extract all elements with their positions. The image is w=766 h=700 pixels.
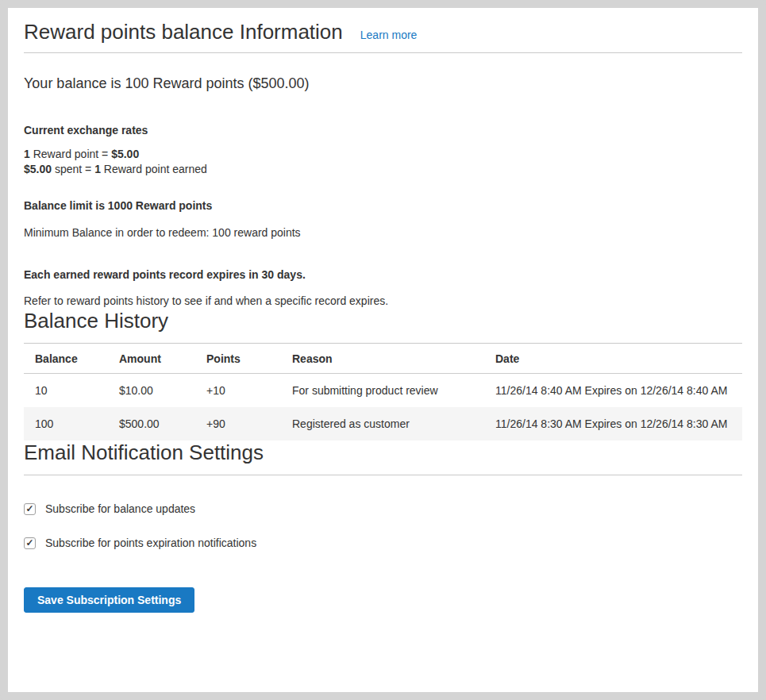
rate1-points: 1	[24, 148, 30, 160]
column-header-points: Points	[195, 344, 281, 374]
subscribe-points-expiration-label: Subscribe for points expiration notifica…	[45, 537, 256, 549]
column-header-balance: Balance	[24, 344, 108, 374]
page-title: Reward points balance Information	[24, 20, 343, 44]
cell-reason: Registered as customer	[281, 407, 484, 440]
reward-points-panel: Reward points balance Information Learn …	[8, 8, 758, 692]
balance-limit-heading: Balance limit is 1000 Reward points	[24, 198, 742, 213]
subscribe-balance-updates-row: ✓ Subscribe for balance updates	[24, 502, 742, 515]
rate2-tail: Reward point earned	[101, 163, 207, 175]
rate2-text: spent =	[52, 163, 94, 175]
balance-summary: Your balance is 100 Reward points ($500.…	[24, 75, 742, 92]
table-header-row: Balance Amount Points Reason Date	[24, 344, 742, 374]
cell-balance: 100	[24, 407, 108, 440]
rate1-amount: $5.00	[111, 148, 139, 160]
exchange-rates-heading: Current exchange rates	[24, 123, 742, 138]
rate2-points: 1	[94, 163, 101, 175]
cell-amount: $500.00	[108, 407, 195, 440]
subscribe-balance-updates-checkbox[interactable]: ✓	[24, 503, 36, 515]
learn-more-link[interactable]: Learn more	[360, 29, 418, 41]
table-row: 100 $500.00 +90 Registered as customer 1…	[24, 407, 742, 440]
exchange-rate-line-1: 1 Reward point = $5.00	[24, 147, 742, 162]
rate1-text: Reward point =	[30, 148, 111, 160]
cell-reason: For submitting product review	[281, 374, 484, 408]
balance-history-heading: Balance History	[24, 309, 742, 344]
checkmark-icon: ✓	[25, 538, 33, 548]
column-header-amount: Amount	[108, 344, 195, 374]
balance-history-table: Balance Amount Points Reason Date 10 $10…	[24, 344, 742, 440]
column-header-date: Date	[484, 344, 742, 374]
save-subscription-settings-button[interactable]: Save Subscription Settings	[24, 587, 194, 613]
minimum-balance-note: Minimum Balance in order to redeem: 100 …	[24, 225, 742, 240]
expiration-heading: Each earned reward points record expires…	[24, 267, 742, 283]
cell-points: +10	[195, 374, 281, 408]
table-row: 10 $10.00 +10 For submitting product rev…	[24, 374, 742, 408]
subscribe-points-expiration-row: ✓ Subscribe for points expiration notifi…	[24, 537, 742, 549]
expiration-note: Refer to reward points history to see if…	[24, 294, 742, 309]
exchange-rate-line-2: $5.00 spent = 1 Reward point earned	[24, 162, 742, 177]
subscribe-points-expiration-checkbox[interactable]: ✓	[24, 537, 36, 549]
rate2-amount: $5.00	[24, 163, 52, 175]
subscribe-balance-updates-label: Subscribe for balance updates	[45, 502, 195, 515]
cell-date: 11/26/14 8:30 AM Expires on 12/26/14 8:3…	[484, 407, 742, 440]
column-header-reason: Reason	[281, 344, 484, 374]
exchange-rates-lines: 1 Reward point = $5.00 $5.00 spent = 1 R…	[24, 147, 742, 177]
cell-date: 11/26/14 8:40 AM Expires on 12/26/14 8:4…	[484, 374, 742, 408]
page-title-row: Reward points balance Information Learn …	[24, 8, 742, 53]
screen-background: Reward points balance Information Learn …	[0, 0, 766, 700]
cell-points: +90	[195, 407, 281, 440]
checkmark-icon: ✓	[25, 504, 33, 513]
email-notification-settings-heading: Email Notification Settings	[24, 440, 742, 475]
cell-balance: 10	[24, 374, 108, 408]
cell-amount: $10.00	[108, 374, 195, 408]
